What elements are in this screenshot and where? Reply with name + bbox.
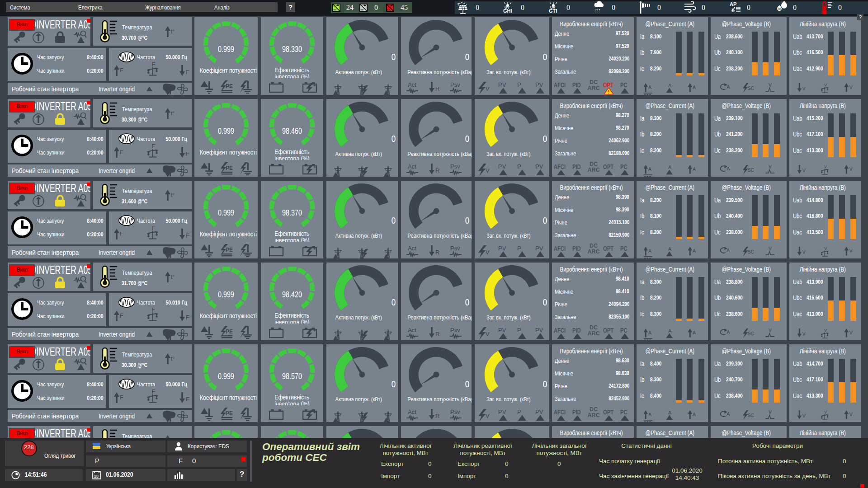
svg-text:PV: PV [535,327,543,333]
svg-text:V: V [849,330,853,335]
svg-text:A: A [726,329,730,335]
svg-text:-: - [279,326,281,331]
svg-text:Psv: Psv [450,82,460,88]
svg-text:A: A [726,166,730,171]
svg-text:PE: PE [226,247,233,253]
svg-text:+: + [271,408,273,413]
svg-text:V: V [802,331,806,337]
svg-text:V: V [802,413,806,418]
svg-text:t°: t° [171,28,175,35]
svg-text:A: A [668,328,672,333]
svg-text:V: V [769,410,772,415]
svg-text:+: + [313,246,316,251]
svg-text:R: R [435,167,439,174]
svg-text:V: V [824,165,827,169]
svg-text:PV: PV [498,409,506,415]
svg-text:R: R [435,85,439,92]
svg-text:A: A [668,247,672,252]
svg-text:AP: AP [730,1,736,7]
svg-text:Psv: Psv [450,245,460,252]
svg-text:A: A [693,330,696,335]
svg-text:F: F [151,389,155,395]
svg-text:F: F [120,394,123,401]
svg-text:+: + [313,328,316,333]
svg-text:V: V [824,247,827,251]
svg-text:+: + [271,163,273,167]
svg-text:SC: SC [748,167,755,173]
svg-text:A: A [648,84,652,90]
svg-text:F: F [151,144,155,150]
svg-text:F: F [120,67,123,74]
svg-text:F: F [186,69,189,75]
svg-text:F: F [120,230,123,237]
svg-text:SC: SC [748,331,755,336]
svg-text:A: A [693,412,696,417]
svg-text:Act: Act [408,82,416,88]
svg-text:SC: SC [748,85,755,91]
svg-text:-: - [279,163,281,167]
svg-text:Psv: Psv [450,164,460,170]
svg-text:PE: PE [226,83,233,89]
svg-text:F: F [120,149,123,155]
svg-text:V: V [769,165,772,169]
svg-text:A: A [726,411,730,417]
svg-text:A: A [726,84,730,89]
svg-text:Act: Act [408,164,416,170]
svg-text:V: V [802,249,806,255]
svg-text:F: F [186,396,189,403]
svg-text:F: F [151,62,155,68]
svg-text:P: P [517,327,521,333]
svg-text:SC: SC [748,413,755,418]
svg-text:A: A [693,248,696,253]
svg-text:P: P [517,245,521,252]
svg-text:A: A [693,166,696,172]
svg-text:28: 28 [94,474,99,479]
svg-text:A: A [668,165,672,170]
svg-text:V: V [769,83,772,88]
svg-text:%: % [778,7,782,11]
svg-text:-: - [279,81,281,85]
svg-text:V: V [802,86,806,91]
svg-text:V: V [824,83,827,87]
svg-text:V: V [802,168,806,173]
svg-text:V: V [486,331,490,338]
svg-text:PE: PE [226,410,233,417]
svg-text:PE: PE [226,165,233,171]
svg-text:R: R [435,249,439,256]
svg-text:Psv: Psv [450,327,460,333]
svg-text:F: F [151,225,155,231]
svg-text:V: V [824,410,827,414]
svg-text:+: + [313,83,316,88]
svg-text:PV: PV [498,245,506,252]
svg-text:A: A [726,248,730,253]
svg-text:V: V [849,84,853,90]
svg-text:R: R [435,413,439,419]
svg-text:PV: PV [535,164,543,170]
svg-text:F: F [186,150,189,157]
svg-text:V: V [769,247,772,251]
svg-text:A: A [693,84,696,90]
svg-text:PV: PV [498,164,506,170]
svg-text:F: F [151,307,155,313]
svg-text:V: V [849,248,853,253]
svg-text:A: A [668,83,672,88]
svg-text:PE: PE [226,328,233,335]
svg-text:PV: PV [535,409,543,415]
svg-text:t°: t° [171,110,175,117]
svg-text:Act: Act [408,327,416,333]
svg-text:t°: t° [171,274,175,280]
svg-text:A: A [648,248,652,253]
svg-text:+: + [313,410,316,415]
svg-text:A: A [648,412,652,417]
svg-text:+: + [271,81,273,85]
svg-text:A: A [648,330,652,335]
svg-text:+: + [313,164,316,169]
svg-text:PV: PV [535,245,543,252]
svg-text:!: ! [608,89,609,94]
svg-text:PV: PV [498,327,506,333]
svg-text:-: - [279,408,281,413]
svg-text:GHI: GHI [503,8,512,14]
svg-text:-: - [279,244,281,249]
svg-text:Psv: Psv [450,409,460,415]
svg-text:V: V [486,413,490,419]
